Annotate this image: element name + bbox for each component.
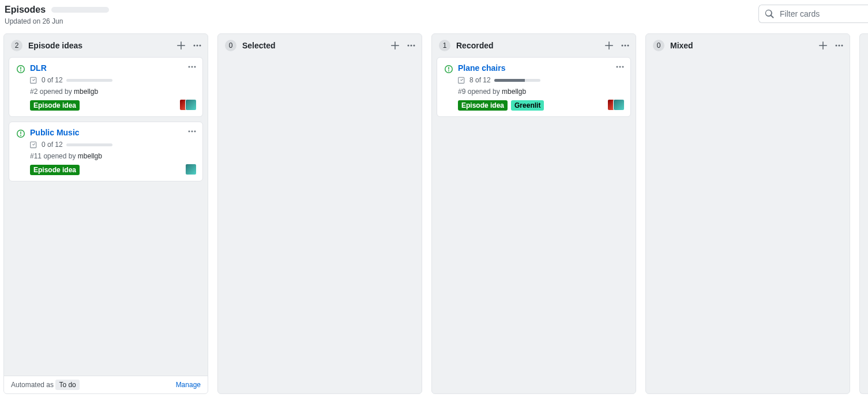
column-count: 0 <box>225 40 236 51</box>
updated-text: Updated on 26 Jun <box>5 17 109 25</box>
svg-point-10 <box>411 45 412 47</box>
svg-point-7 <box>191 131 193 132</box>
manage-automation-link[interactable]: Manage <box>176 381 201 389</box>
svg-point-19 <box>839 45 840 47</box>
column-episode-ideas: 2 Episode ideas DLR <box>3 33 208 394</box>
card-meta: #2 opened by mbellgb <box>30 88 196 96</box>
add-card-button[interactable] <box>818 41 828 50</box>
svg-point-13 <box>625 45 626 47</box>
project-board: 2 Episode ideas DLR <box>3 25 868 394</box>
assignee-avatars[interactable] <box>179 99 197 111</box>
issue-open-icon <box>16 65 25 74</box>
add-card-button[interactable] <box>390 41 400 50</box>
plus-icon <box>604 41 614 50</box>
add-card-button[interactable] <box>604 41 614 50</box>
add-card-button[interactable] <box>176 41 186 50</box>
card-title-link[interactable]: Public Music <box>30 128 80 137</box>
author-link[interactable]: mbellgb <box>74 88 98 96</box>
progress-bar <box>66 79 112 82</box>
column-recorded: 1 Recorded Plane chairs <box>431 33 636 394</box>
card-title-link[interactable]: DLR <box>30 63 47 73</box>
progress-bar <box>66 143 112 146</box>
svg-point-9 <box>408 45 409 47</box>
svg-point-8 <box>194 131 196 132</box>
avatar[interactable] <box>185 164 197 175</box>
card-menu-button[interactable] <box>615 62 625 73</box>
column-title: Recorded <box>456 41 494 50</box>
card-dlr[interactable]: DLR 0 of 12 #2 opened by <box>9 57 203 117</box>
svg-point-3 <box>189 66 190 68</box>
tasks-text: 8 of 12 <box>469 76 491 84</box>
plus-icon <box>176 41 186 50</box>
column-title: Selected <box>242 41 276 50</box>
assignee-avatars[interactable] <box>607 99 625 111</box>
svg-point-18 <box>836 45 837 47</box>
kebab-icon <box>621 41 630 50</box>
checklist-icon <box>30 141 38 149</box>
label-episode-idea[interactable]: Episode idea <box>30 165 80 175</box>
svg-point-2 <box>200 45 201 47</box>
kebab-icon <box>615 62 625 71</box>
avatar[interactable] <box>613 99 625 111</box>
task-progress: 8 of 12 <box>458 76 623 84</box>
issue-open-icon <box>16 129 25 138</box>
svg-point-16 <box>619 66 621 68</box>
filter-cards-input[interactable] <box>779 9 862 19</box>
board-title: Episodes <box>5 5 46 15</box>
plus-icon <box>390 41 400 50</box>
tasks-text: 0 of 12 <box>42 76 63 84</box>
column-mixed: 0 Mixed <box>645 33 850 394</box>
card-public-music[interactable]: Public Music 0 of 12 #11 opened <box>9 122 203 181</box>
task-progress: 0 of 12 <box>30 141 196 149</box>
svg-point-0 <box>194 45 196 47</box>
svg-point-17 <box>622 66 624 68</box>
filter-cards-search[interactable] <box>758 5 868 23</box>
column-count: 2 <box>11 40 22 51</box>
column-menu-button[interactable] <box>835 41 844 50</box>
progress-bar <box>494 79 540 82</box>
label-episode-idea[interactable]: Episode idea <box>30 100 80 111</box>
card-meta: #9 opened by mbellgb <box>458 88 623 96</box>
card-menu-button[interactable] <box>187 127 197 138</box>
svg-point-14 <box>627 45 629 47</box>
checklist-icon <box>30 76 38 84</box>
column-menu-button[interactable] <box>193 41 202 50</box>
kebab-icon <box>407 41 416 50</box>
kebab-icon <box>193 41 202 50</box>
column-automation-footer: Automated as To do Manage <box>4 376 208 393</box>
assignee-avatars[interactable] <box>185 164 197 175</box>
avatar[interactable] <box>185 99 197 111</box>
svg-point-1 <box>197 45 198 47</box>
label-episode-idea[interactable]: Episode idea <box>458 100 508 111</box>
kebab-icon <box>187 62 197 71</box>
task-progress: 0 of 12 <box>30 76 196 84</box>
svg-point-20 <box>841 45 843 47</box>
kebab-icon <box>835 41 844 50</box>
card-plane-chairs[interactable]: Plane chairs 8 of 12 #9 opened b <box>437 57 631 117</box>
column-title: Mixed <box>670 41 693 50</box>
checklist-icon <box>458 76 466 84</box>
svg-point-4 <box>191 66 193 68</box>
title-placeholder-bar <box>51 7 109 13</box>
svg-point-5 <box>194 66 196 68</box>
svg-point-15 <box>617 66 618 68</box>
automation-status-pill: To do <box>55 380 79 390</box>
column-count: 1 <box>439 40 450 51</box>
column-menu-button[interactable] <box>621 41 630 50</box>
author-link[interactable]: mbellgb <box>78 152 102 160</box>
issue-open-icon <box>444 65 453 74</box>
column-partial <box>859 33 868 394</box>
search-icon <box>765 9 774 18</box>
automation-prefix: Automated as <box>11 381 54 389</box>
column-title: Episode ideas <box>28 41 82 50</box>
card-menu-button[interactable] <box>187 62 197 73</box>
plus-icon <box>818 41 828 50</box>
svg-point-11 <box>414 45 415 47</box>
card-title-link[interactable]: Plane chairs <box>458 63 506 73</box>
svg-point-6 <box>189 131 190 132</box>
label-greenlit[interactable]: Greenlit <box>511 100 544 111</box>
author-link[interactable]: mbellgb <box>502 88 526 96</box>
kebab-icon <box>187 127 197 136</box>
column-menu-button[interactable] <box>407 41 416 50</box>
svg-point-12 <box>622 45 623 47</box>
